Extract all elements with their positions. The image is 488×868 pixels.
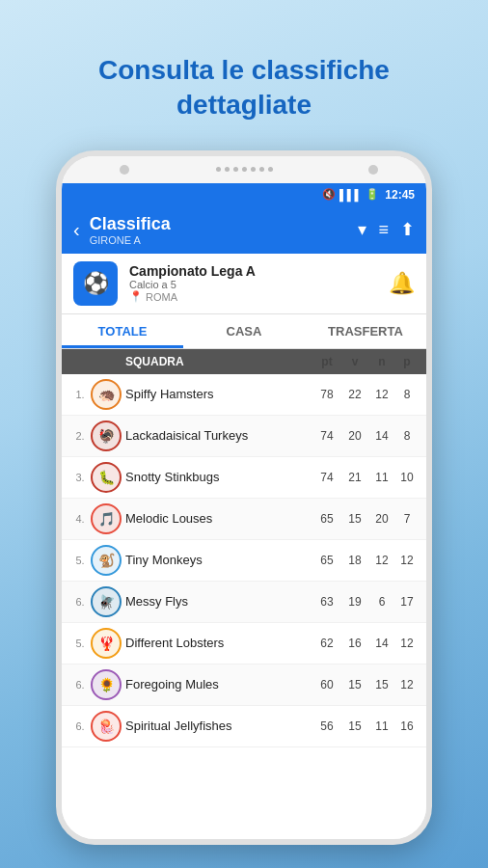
team-p: 8	[395, 429, 419, 443]
team-logo: 🦃	[91, 420, 125, 451]
tab-casa[interactable]: CASA	[183, 314, 305, 348]
league-type: Calcio a 5	[129, 279, 377, 290]
phone-dot	[216, 167, 221, 172]
team-logo: 🐒	[91, 545, 125, 576]
team-v: 20	[341, 429, 368, 443]
team-v: 21	[341, 471, 368, 484]
share-icon[interactable]: ⬆	[400, 219, 415, 240]
phone-dot	[225, 167, 230, 172]
team-name: Different Lobsters	[125, 636, 312, 650]
team-logo: 🪼	[91, 711, 125, 742]
team-logo-emoji: 🪰	[98, 594, 115, 610]
table-row: 3. 🐛 Snotty Stinkbugs 74 21 11 10	[62, 457, 426, 499]
list-icon[interactable]: ≡	[378, 220, 389, 240]
back-button[interactable]: ‹	[73, 219, 80, 241]
table-row: 5. 🦞 Different Lobsters 62 16 14 12	[62, 623, 426, 665]
team-logo: 🦔	[91, 379, 125, 410]
team-logo-emoji: 🪼	[98, 719, 115, 734]
app-toolbar: ‹ Classifica GIRONE A ▾ ≡ ⬆	[62, 206, 426, 254]
team-logo-emoji: 🐒	[98, 553, 115, 568]
team-rank: 3.	[69, 472, 91, 483]
league-info: ⚽ Campionato Lega A Calcio a 5 📍 ROMA 🔔	[62, 254, 426, 314]
tab-trasferta[interactable]: TRASFERTA	[305, 314, 426, 348]
team-v: 15	[341, 719, 368, 733]
battery-icon: 🔋	[366, 188, 379, 201]
header-line2: dettagliate	[176, 90, 312, 120]
phone-frame: 🔇 ▌▌▌ 🔋 12:45 ‹ Classifica GIRONE A ▾ ≡ …	[56, 150, 432, 845]
phone-dot	[242, 167, 247, 172]
team-rank: 4.	[69, 513, 91, 525]
team-pt: 65	[312, 512, 341, 526]
team-rank: 6.	[69, 596, 91, 608]
phone-dots	[216, 167, 273, 172]
table-header-row: SQUADRA pt v n p	[62, 349, 426, 374]
team-name: Snotty Stinkbugs	[125, 470, 312, 484]
team-n: 15	[368, 678, 395, 692]
team-rank: 5.	[69, 555, 91, 566]
team-v: 18	[341, 554, 368, 567]
team-logo-emoji: 🦃	[98, 428, 115, 444]
tab-casa-label: CASA	[227, 324, 262, 339]
team-v: 19	[341, 595, 368, 609]
team-p: 12	[395, 637, 419, 650]
team-rank: 6.	[69, 679, 91, 691]
team-v: 15	[341, 678, 368, 692]
page-header: Consulta le classifiche dettagliate	[69, 53, 419, 123]
league-location-text: ROMA	[146, 291, 177, 303]
team-v: 22	[341, 388, 368, 401]
team-pt: 74	[312, 429, 341, 443]
team-logo: 🎵	[91, 503, 125, 534]
league-name: Campionato Lega A	[129, 263, 377, 279]
team-pt: 74	[312, 471, 341, 484]
team-name: Lackadaisical Turkeys	[125, 428, 312, 443]
team-v: 15	[341, 512, 368, 526]
team-name: Messy Flys	[125, 594, 312, 609]
phone-dot	[268, 167, 273, 172]
table-row: 6. 🪼 Spiritual Jellyfishes 56 15 11 16	[62, 706, 426, 747]
col-pt-header: pt	[312, 355, 341, 368]
team-name: Spiffy Hamsters	[125, 387, 312, 401]
tab-trasferta-label: TRASFERTA	[328, 324, 403, 339]
bell-icon[interactable]: 🔔	[389, 271, 415, 296]
standings-table: SQUADRA pt v n p 1. 🦔 Spiffy Hamsters 78…	[62, 349, 426, 845]
table-row: 5. 🐒 Tiny Monkeys 65 18 12 12	[62, 540, 426, 582]
status-time: 12:45	[385, 188, 415, 202]
team-name: Melodic Louses	[125, 511, 312, 526]
toolbar-actions: ▾ ≡ ⬆	[358, 219, 415, 240]
col-n-header: n	[368, 355, 395, 368]
team-n: 14	[368, 637, 395, 650]
mute-icon: 🔇	[322, 188, 336, 201]
col-p-header: p	[395, 355, 419, 368]
table-row: 6. 🪰 Messy Flys 63 19 6 17	[62, 582, 426, 623]
team-v: 16	[341, 637, 368, 650]
team-p: 17	[395, 595, 419, 609]
league-location: 📍 ROMA	[129, 290, 377, 303]
team-name: Tiny Monkeys	[125, 553, 312, 567]
team-rank: 6.	[69, 720, 91, 732]
team-pt: 62	[312, 637, 341, 650]
tabs-bar: TOTALE CASA TRASFERTA	[62, 314, 426, 349]
dropdown-icon[interactable]: ▾	[358, 219, 366, 240]
team-p: 8	[395, 388, 419, 401]
phone-top-bar	[62, 156, 426, 183]
team-logo: 🌻	[91, 669, 125, 700]
tab-totale-label: TOTALE	[98, 324, 148, 339]
phone-dot	[259, 167, 264, 172]
team-logo-emoji: 🦔	[98, 387, 115, 402]
tab-totale[interactable]: TOTALE	[62, 314, 183, 348]
team-n: 12	[368, 388, 395, 401]
table-row: 2. 🦃 Lackadaisical Turkeys 74 20 14 8	[62, 416, 426, 457]
team-n: 20	[368, 512, 395, 526]
toolbar-subtitle: GIRONE A	[90, 234, 349, 246]
team-logo: 🦞	[91, 628, 125, 659]
team-n: 11	[368, 719, 395, 733]
team-pt: 60	[312, 678, 341, 692]
team-pt: 78	[312, 388, 341, 401]
status-bar: 🔇 ▌▌▌ 🔋 12:45	[62, 183, 426, 206]
col-squadra-header: SQUADRA	[125, 355, 312, 368]
team-logo: 🐛	[91, 462, 125, 493]
team-p: 12	[395, 554, 419, 567]
team-p: 16	[395, 719, 419, 733]
league-logo: ⚽	[73, 261, 118, 306]
team-p: 10	[395, 471, 419, 484]
